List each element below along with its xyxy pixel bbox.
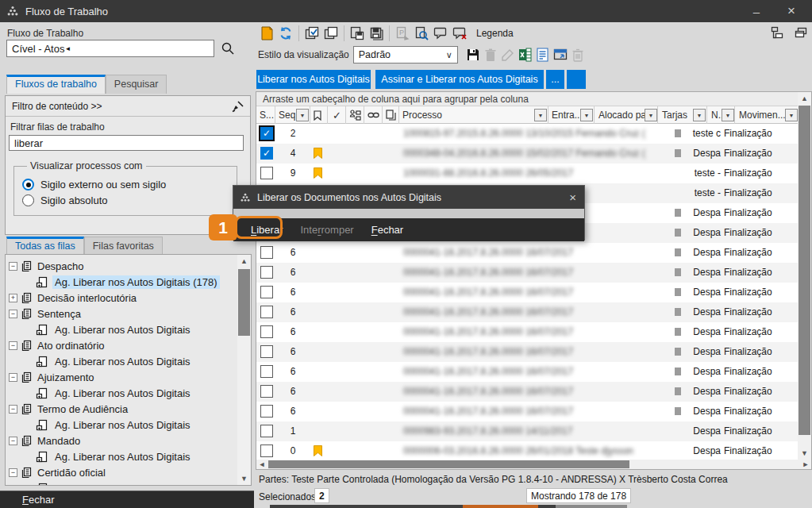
process-number-redacted[interactable]: 1000031-88.2016.8.26.0000 26/05/2017 [403,167,637,179]
grid-row[interactable]: ✓40000348-04.2016.8.26.0000 15/02/2017 F… [256,144,799,164]
tree-leaf[interactable]: Ag. Liberar nos Autos Digitais (178) [9,274,228,290]
row-checkbox[interactable] [260,444,273,457]
collapse-icon[interactable]: − [9,310,17,318]
tree-node[interactable]: −Ajuizamento [9,369,228,385]
liberar-autos-button[interactable]: Liberar nos Autos Digitais [256,70,371,89]
row-checkbox[interactable] [260,246,273,259]
remove-comment-icon[interactable] [451,25,468,42]
open-in-window-icon[interactable] [552,46,569,64]
tree-node-label[interactable]: Sentença [37,308,81,320]
tree-node[interactable]: −Sentença [9,306,228,321]
row-checkbox[interactable] [260,385,273,398]
tree-node[interactable]: −Ato ordinatório [9,337,228,353]
row-checkbox[interactable] [260,266,273,279]
column-header-flag[interactable] [310,106,328,124]
workflow-combobox[interactable]: Cível - Atos ◄ [6,40,214,57]
column-header-select[interactable]: S... [256,106,275,124]
tree-leaf[interactable]: Ag. Liberar nos Autos Digitais [9,385,228,401]
tree-node-label[interactable]: Ato ordinatório [37,340,105,352]
save-style-icon[interactable] [464,46,482,64]
queue-filter-input[interactable]: liberar [9,135,244,151]
tree-node[interactable]: −Termo de Audiência [9,401,228,417]
export-excel-icon[interactable] [517,46,534,64]
tree-leaf[interactable]: Ag. Liberar nos Autos Digitais [9,353,228,369]
tree-leaf-label[interactable]: Ag. Liberar nos Autos Digitais [52,450,193,464]
row-checkbox[interactable] [260,425,273,437]
column-header-check[interactable]: ✓ [328,106,346,124]
row-checkbox[interactable] [260,325,273,338]
select-checked-icon[interactable] [303,25,321,42]
tree-node[interactable]: −Certidão oficial [9,464,228,480]
grid-row[interactable]: 60000041-16.2017.8.26.0000 16/07/2017Des… [256,382,799,402]
search-icon[interactable] [221,41,235,56]
extra-action-button[interactable] [567,70,586,89]
grid-hscrollbar[interactable]: ◄ ► [256,460,811,469]
tree-node-label[interactable]: Ajuizamento [37,371,94,383]
tree-leaf-label[interactable]: Ag. Liberar nos Autos Digitais [52,387,193,400]
more-actions-button[interactable]: ... [546,70,564,89]
tab-todas-as-filas[interactable]: Todas as filas [6,237,84,256]
grid-row[interactable]: ✓21000815-97.2015.8.26.0000 13/10/2015 F… [256,124,799,144]
tree-node-label[interactable]: Decisão interlocutória [37,292,137,304]
row-checkbox[interactable] [260,286,273,298]
copy-selection-icon[interactable] [322,25,340,42]
filter-button-n[interactable]: ▼ [722,109,734,121]
filter-button-entrada[interactable]: ▼ [580,109,593,121]
tree-leaf-label[interactable]: Ag. Liberar nos Autos Digitais [52,355,193,368]
menu-item-interromper[interactable]: Interromper [300,224,353,236]
filter-button-processo[interactable]: ▼ [534,109,547,121]
flag-icon[interactable] [314,167,322,179]
legend-label[interactable]: Legenda [476,28,514,39]
tree-leaf[interactable]: Ag. Liberar nos Autos Digitais [9,480,228,486]
group-by-hint[interactable]: Arraste um cabeçalho de coluna aqui para… [256,92,799,106]
radio-sigilo-externo[interactable]: Sigilo externo ou sem sigilo [22,179,229,190]
tab-fluxos-de-trabalho[interactable]: Fluxos de trabalho [6,75,106,94]
cascade-windows-icon[interactable] [792,24,810,41]
report-icon[interactable] [534,46,552,64]
tab-pesquisar[interactable]: Pesquisar [106,75,167,94]
grid-row[interactable]: 60000041-16.2017.8.26.0000 16/07/2017Des… [256,263,799,283]
content-filter-label[interactable]: Filtro de conteúdo >> [12,101,102,112]
radio-icon[interactable] [22,179,34,190]
assinar-liberar-autos-button[interactable]: Assinar e Liberar nos Autos Digitais [375,70,544,89]
row-checkbox[interactable]: ✓ [260,127,273,140]
minimize-button[interactable]: – [739,0,774,22]
tree-leaf-label[interactable]: Ag. Liberar nos Autos Digitais [52,323,193,337]
tree-node[interactable]: −Mandado [9,433,228,448]
grid-row[interactable]: 60000041-16.2017.8.26.0000 16/07/2017Des… [256,322,799,342]
column-header-processo[interactable]: Processo [399,106,548,124]
collapse-icon[interactable]: − [9,437,17,445]
process-number-redacted[interactable]: 0000041-16.2017.8.26.0000 16/07/2017 [403,247,660,258]
tree-leaf-label[interactable]: Ag. Liberar nos Autos Digitais (178) [52,275,220,289]
grid-row[interactable]: 60000041-16.2017.8.26.0000 16/07/2017Des… [256,402,799,421]
tree-node-label[interactable]: Termo de Audiência [37,403,128,415]
collapse-icon[interactable]: − [9,262,17,271]
row-checkbox[interactable] [260,405,273,418]
tree-leaf-label[interactable]: Ag. Liberar nos Autos Digitais [52,418,193,432]
tree-node-label[interactable]: Certidão oficial [37,467,106,479]
row-checkbox[interactable] [260,345,273,358]
tree-scrollbar[interactable]: ▲ ▼ [237,255,251,485]
tree-leaf-label[interactable]: Ag. Liberar nos Autos Digitais [52,482,193,487]
filter-button-seq[interactable]: ▼ [296,109,309,121]
process-number-redacted[interactable]: 0000041-16.2017.8.26.0000 16/07/2017 [403,287,660,298]
collapse-icon[interactable]: − [9,405,17,414]
process-number-redacted[interactable]: 0000041-16.2017.8.26.0000 16/07/2017 [403,346,660,357]
process-number-redacted[interactable]: 0000983-93.2017.8.26.0000 14/11/2017 [403,425,637,437]
grid-row[interactable]: 91000031-88.2016.8.26.0000 26/05/2017tes… [256,164,799,183]
edit-style-icon[interactable] [499,46,517,64]
filter-button-tarjas[interactable]: ▼ [693,109,706,121]
save-copy-icon[interactable] [348,25,366,42]
grid-vscrollbar[interactable]: ▲ ▼ [798,92,811,460]
menu-item-liberar[interactable]: Liberar [251,224,283,236]
sidebar-close-button[interactable]: Fechar [0,491,254,508]
folder-icon[interactable] [258,25,275,42]
row-checkbox[interactable] [260,365,273,378]
flag-icon[interactable] [314,148,322,159]
tree-node-label[interactable]: Despacho [37,260,84,272]
column-header-documents[interactable] [383,106,399,124]
expand-icon[interactable]: + [9,294,17,302]
comment-icon[interactable] [432,25,449,42]
grid-row[interactable]: 60000041-16.2017.8.26.0000 16/07/2017Des… [256,302,799,322]
dialog-close-icon[interactable]: × [569,190,576,204]
